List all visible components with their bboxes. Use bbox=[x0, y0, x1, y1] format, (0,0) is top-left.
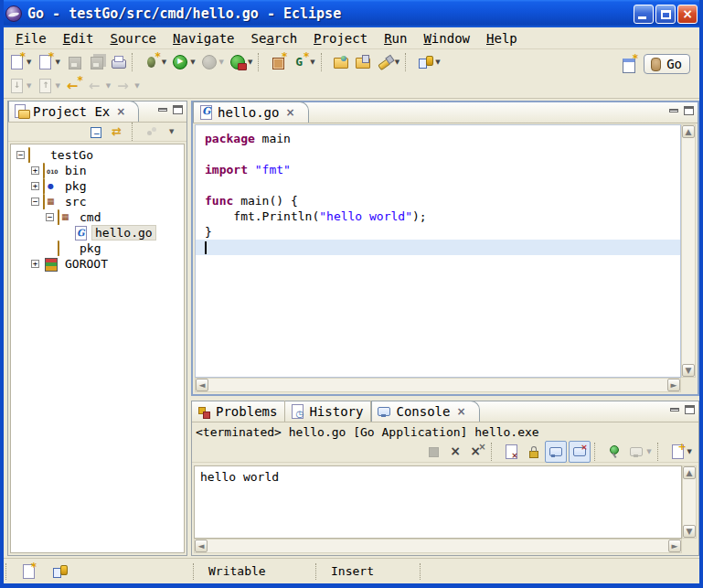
menu-run[interactable]: Run bbox=[376, 29, 415, 48]
menu-edit[interactable]: Edit bbox=[55, 29, 102, 48]
console-output[interactable]: hello world bbox=[194, 465, 682, 539]
tree-item-bin[interactable]: +bin bbox=[11, 163, 184, 178]
minimize-button[interactable] bbox=[634, 5, 654, 24]
show-console-stderr-button[interactable] bbox=[569, 441, 591, 463]
view-menu-button[interactable] bbox=[164, 121, 184, 143]
go-perspective-button[interactable]: Go bbox=[644, 54, 690, 74]
menu-source[interactable]: Source bbox=[101, 29, 165, 48]
link-with-editor-button[interactable] bbox=[108, 121, 128, 143]
scroll-down-icon[interactable]: ▼ bbox=[682, 364, 695, 377]
tab-console[interactable]: Console× bbox=[371, 401, 479, 422]
tree-item-src[interactable]: −src bbox=[11, 194, 184, 209]
scroll-up-icon[interactable]: ▲ bbox=[682, 125, 695, 138]
horizontal-sash[interactable] bbox=[191, 396, 699, 401]
console-scroll-up-icon[interactable]: ▲ bbox=[683, 466, 696, 479]
search-button[interactable]: ▼ bbox=[375, 51, 401, 73]
remove-all-terminated-icon bbox=[469, 444, 485, 460]
tree-item-hello.go[interactable]: hello.go bbox=[11, 225, 184, 241]
clear-console-button[interactable] bbox=[501, 441, 521, 463]
open-perspective-button[interactable] bbox=[619, 53, 639, 75]
scroll-lock-button[interactable] bbox=[523, 441, 543, 463]
insert-mode-status: Insert bbox=[322, 559, 418, 583]
menu-project[interactable]: Project bbox=[305, 29, 376, 48]
console-vertical-scrollbar[interactable]: ▲ ▼ bbox=[682, 465, 697, 539]
editor-horizontal-scrollbar[interactable]: ◄ ► bbox=[195, 378, 681, 392]
console-scroll-left-icon[interactable]: ◄ bbox=[195, 540, 208, 552]
show-console-stdout-button[interactable] bbox=[545, 441, 567, 463]
remove-launch-button[interactable] bbox=[445, 441, 465, 463]
close-button[interactable]: × bbox=[677, 5, 698, 24]
external-tools-dropdown-icon[interactable]: ▼ bbox=[248, 59, 252, 66]
maximize-editor-icon[interactable] bbox=[684, 106, 694, 115]
run-dropdown-icon[interactable]: ▼ bbox=[190, 59, 195, 66]
scroll-left-icon[interactable]: ◄ bbox=[196, 379, 208, 391]
expand-icon[interactable]: + bbox=[31, 182, 39, 190]
minimize-console-icon[interactable] bbox=[670, 408, 679, 412]
console-horizontal-scrollbar[interactable]: ◄ ► bbox=[194, 539, 682, 553]
menu-window[interactable]: Window bbox=[415, 29, 478, 48]
scroll-right-icon[interactable]: ► bbox=[667, 379, 680, 391]
editor-tab-close-icon[interactable]: × bbox=[285, 106, 294, 119]
collapse-all-button[interactable] bbox=[86, 121, 106, 143]
new-menu-button[interactable]: ▼ bbox=[35, 51, 61, 73]
maximize-console-icon[interactable] bbox=[685, 405, 695, 414]
expand-icon[interactable]: + bbox=[31, 260, 39, 268]
maximize-button[interactable] bbox=[655, 5, 676, 24]
console-scroll-down-icon[interactable]: ▼ bbox=[683, 525, 696, 538]
new-go-file-button[interactable]: ▼ bbox=[290, 51, 316, 73]
menu-navigate[interactable]: Navigate bbox=[165, 29, 242, 48]
tab-history[interactable]: History bbox=[285, 401, 371, 422]
menu-search[interactable]: Search bbox=[243, 29, 306, 48]
search-dropdown-icon[interactable]: ▼ bbox=[395, 59, 399, 66]
fast-view-button[interactable] bbox=[18, 561, 38, 583]
editor-vertical-scrollbar[interactable]: ▲ ▼ bbox=[681, 124, 696, 378]
console-status-line: <terminated> hello.go [Go Application] h… bbox=[192, 422, 698, 441]
tree-item-cmd[interactable]: −cmd bbox=[11, 209, 184, 225]
menu-help[interactable]: Help bbox=[478, 29, 526, 48]
new-go-file-dropdown-icon[interactable]: ▼ bbox=[310, 59, 314, 66]
open-file-button[interactable] bbox=[353, 51, 373, 73]
vertical-sash[interactable] bbox=[187, 101, 191, 556]
code-segment: main() { bbox=[233, 194, 297, 208]
forward-dropdown-icon: ▼ bbox=[134, 82, 139, 90]
expand-icon[interactable]: + bbox=[31, 166, 39, 175]
remove-all-terminated-button[interactable] bbox=[467, 441, 487, 463]
collapse-icon[interactable]: − bbox=[16, 151, 25, 159]
external-tools-button[interactable]: ▼ bbox=[228, 51, 254, 73]
tab-console-close-icon[interactable]: × bbox=[456, 405, 465, 418]
editor-tab-label: hello.go bbox=[218, 105, 279, 120]
print-button[interactable] bbox=[108, 51, 128, 73]
tree-item-pkg[interactable]: +pkg bbox=[11, 178, 184, 194]
new-button[interactable]: ▼ bbox=[6, 51, 33, 73]
open-console-dropdown-icon[interactable]: ▼ bbox=[687, 448, 692, 455]
debug-dropdown-icon[interactable]: ▼ bbox=[162, 59, 166, 66]
tree-item-pkg[interactable]: pkg bbox=[11, 241, 184, 256]
new-menu-dropdown-icon[interactable]: ▼ bbox=[55, 59, 59, 66]
pin-console-button[interactable] bbox=[604, 441, 624, 463]
new-dropdown-icon[interactable]: ▼ bbox=[27, 59, 31, 66]
console-scroll-right-icon[interactable]: ► bbox=[668, 540, 681, 552]
trim-tool-button[interactable] bbox=[49, 561, 69, 583]
maximize-view-icon[interactable] bbox=[173, 105, 183, 114]
new-go-package-button[interactable] bbox=[268, 51, 288, 73]
tree-item-GOROOT[interactable]: +GOROOT bbox=[11, 256, 184, 272]
open-console-button[interactable]: ▼ bbox=[667, 441, 694, 463]
debug-button[interactable]: ▼ bbox=[142, 51, 168, 73]
collapse-icon[interactable]: − bbox=[31, 198, 39, 206]
run-button[interactable]: ▼ bbox=[170, 51, 197, 73]
go-build-button[interactable]: ▼ bbox=[415, 51, 442, 73]
collapse-icon[interactable]: − bbox=[46, 213, 54, 221]
go-build-dropdown-icon[interactable]: ▼ bbox=[435, 59, 440, 66]
minimize-view-icon[interactable] bbox=[158, 108, 167, 112]
statusbar-grip bbox=[315, 563, 320, 580]
open-resource-button[interactable] bbox=[331, 51, 351, 73]
editor-tab-hello-go[interactable]: hello.go × bbox=[193, 102, 309, 123]
project-explorer-close-icon[interactable]: × bbox=[116, 105, 125, 118]
code-editor[interactable]: package mainimport "fmt"func main() { fm… bbox=[195, 124, 681, 378]
last-edit-location-button[interactable] bbox=[64, 75, 84, 97]
menu-file[interactable]: File bbox=[7, 29, 55, 48]
tab-problems[interactable]: Problems bbox=[192, 401, 285, 422]
project-explorer-tab[interactable]: Project Ex × bbox=[8, 101, 139, 122]
minimize-editor-icon[interactable] bbox=[669, 109, 678, 112]
tree-item-testGo[interactable]: −testGo bbox=[11, 147, 184, 163]
